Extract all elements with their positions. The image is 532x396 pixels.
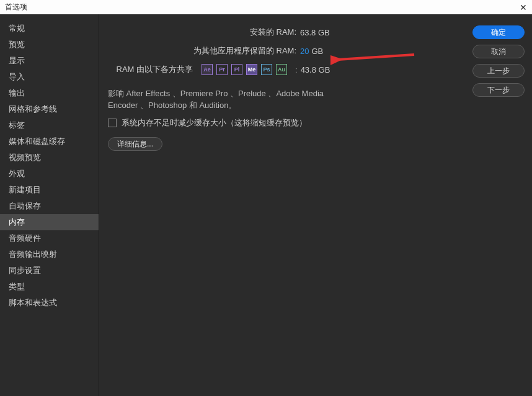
sidebar-item[interactable]: 类型 bbox=[0, 279, 99, 295]
dialog-buttons: 确定 取消 上一步 下一步 bbox=[472, 25, 525, 97]
sidebar-item[interactable]: 标签 bbox=[0, 117, 99, 133]
sidebar-item[interactable]: 视频预览 bbox=[0, 150, 99, 166]
sidebar-item[interactable]: 同步设置 bbox=[0, 263, 99, 279]
reserved-ram-row: 为其他应用程序保留的 RAM: 20 GB bbox=[108, 44, 525, 58]
app-icons-group: AePrPlMePsAu bbox=[202, 64, 287, 75]
me-app-icon[interactable]: Me bbox=[246, 64, 257, 75]
shared-ram-row: RAM 由以下各方共享 AePrPlMePsAu : 43.8 GB bbox=[108, 63, 525, 76]
titlebar: 首选项 ✕ bbox=[0, 0, 532, 14]
installed-ram-value: 63.8 GB bbox=[300, 28, 330, 37]
sidebar-item[interactable]: 新建项目 bbox=[0, 182, 99, 198]
pl-app-icon[interactable]: Pl bbox=[231, 64, 242, 75]
sidebar-item[interactable]: 媒体和磁盘缓存 bbox=[0, 133, 99, 150]
reserved-ram-label: 为其他应用程序保留的 RAM: bbox=[108, 45, 300, 56]
reserved-ram-unit: GB bbox=[311, 47, 323, 56]
previous-button[interactable]: 上一步 bbox=[472, 64, 525, 78]
reduce-cache-checkbox[interactable] bbox=[108, 119, 117, 127]
affects-description: 影响 After Effects 、Premiere Pro 、Prelude … bbox=[108, 88, 344, 111]
sidebar-item[interactable]: 常规 bbox=[0, 20, 99, 37]
sidebar-item[interactable]: 自动保存 bbox=[0, 198, 99, 214]
sidebar-item[interactable]: 脚本和表达式 bbox=[0, 295, 99, 311]
shared-ram-label: RAM 由以下各方共享 bbox=[108, 64, 197, 75]
content-area: 确定 取消 上一步 下一步 安装的 RAM: 63.8 GB 为其他应用程序保留… bbox=[99, 14, 532, 396]
shared-ram-value: 43.8 GB bbox=[301, 65, 330, 74]
window-title: 首选项 bbox=[5, 2, 27, 12]
sidebar: 常规预览显示导入输出网格和参考线标签媒体和磁盘缓存视频预览外观新建项目自动保存内… bbox=[0, 14, 99, 396]
next-button[interactable]: 下一步 bbox=[472, 83, 525, 97]
sidebar-item[interactable]: 音频输出映射 bbox=[0, 246, 99, 263]
colon: : bbox=[295, 65, 298, 74]
installed-ram-row: 安装的 RAM: 63.8 GB bbox=[108, 25, 525, 39]
sidebar-item[interactable]: 音频硬件 bbox=[0, 230, 99, 246]
main-panel: 常规预览显示导入输出网格和参考线标签媒体和磁盘缓存视频预览外观新建项目自动保存内… bbox=[0, 14, 532, 396]
reduce-cache-label: 系统内存不足时减少缓存大小（这将缩短缓存预览） bbox=[122, 117, 307, 128]
details-button[interactable]: 详细信息... bbox=[108, 137, 162, 151]
reserved-ram-input[interactable]: 20 bbox=[300, 47, 309, 56]
sidebar-item[interactable]: 外观 bbox=[0, 166, 99, 182]
cancel-button[interactable]: 取消 bbox=[472, 45, 525, 58]
sidebar-item[interactable]: 预览 bbox=[0, 37, 99, 53]
close-icon[interactable]: ✕ bbox=[517, 2, 530, 12]
sidebar-item[interactable]: 显示 bbox=[0, 53, 99, 69]
sidebar-item[interactable]: 内存 bbox=[0, 214, 99, 230]
ok-button[interactable]: 确定 bbox=[472, 25, 525, 39]
ps-app-icon[interactable]: Ps bbox=[261, 64, 272, 75]
reduce-cache-row: 系统内存不足时减少缓存大小（这将缩短缓存预览） bbox=[108, 117, 525, 128]
sidebar-item[interactable]: 输出 bbox=[0, 85, 99, 101]
sidebar-item[interactable]: 网格和参考线 bbox=[0, 101, 99, 117]
pr-app-icon[interactable]: Pr bbox=[216, 64, 228, 75]
installed-ram-label: 安装的 RAM: bbox=[108, 27, 300, 38]
sidebar-item[interactable]: 导入 bbox=[0, 69, 99, 85]
au-app-icon[interactable]: Au bbox=[276, 64, 287, 75]
ae-app-icon[interactable]: Ae bbox=[202, 64, 213, 75]
